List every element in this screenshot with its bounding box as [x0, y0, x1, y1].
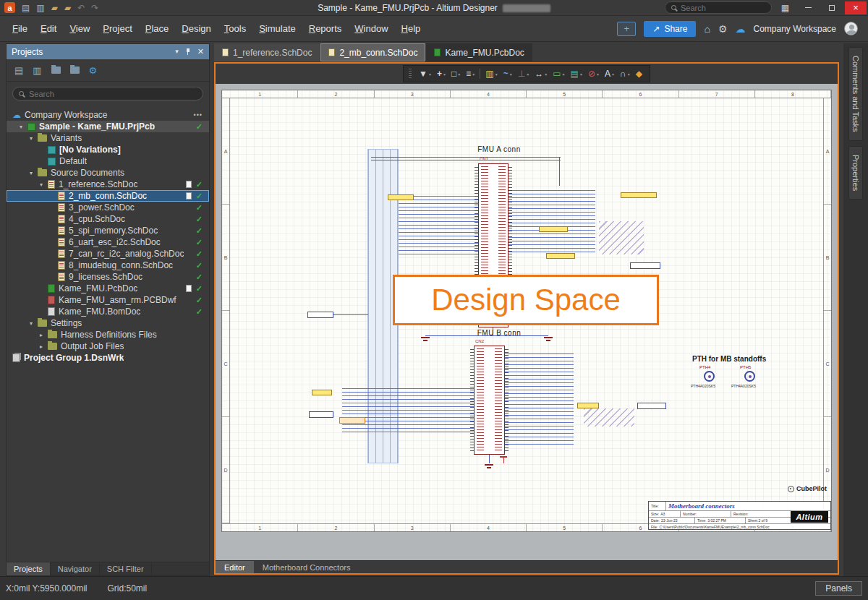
tree-item-schdoc[interactable]: 4_cpu.SchDoc ✓ — [7, 213, 209, 225]
wire-bundle[interactable] — [342, 388, 474, 434]
net-label[interactable] — [539, 226, 568, 232]
home-icon[interactable]: ⌂ — [704, 24, 710, 34]
projects-search-input[interactable] — [29, 90, 197, 98]
tree-item-variants[interactable]: ▾ Variants — [7, 132, 209, 144]
menu-view[interactable]: View — [63, 20, 96, 37]
share-button[interactable]: ↗Share — [644, 21, 696, 37]
power-port-button[interactable]: ⊥▾ — [516, 67, 531, 81]
wire-bundle[interactable] — [505, 353, 574, 446]
arc-button[interactable]: ∩▾ — [618, 67, 632, 81]
standoff-symbol[interactable] — [744, 371, 755, 382]
maximize-button[interactable] — [822, 1, 841, 14]
tree-item-harness-definitions[interactable]: ▸ Harness Definitions Files — [7, 329, 209, 340]
close-button[interactable]: × — [845, 1, 867, 14]
expand-icon[interactable]: ▾ — [30, 135, 38, 142]
tree-item-project-group[interactable]: Project Group 1.DsnWrk — [7, 352, 209, 364]
doc-tab-pcbdoc[interactable]: Kame_FMU.PcbDoc — [426, 43, 532, 61]
collapse-icon[interactable]: ▸ — [40, 332, 48, 338]
connector-cn2[interactable] — [474, 346, 505, 455]
tree-item-workspace[interactable]: ☁ Company Workspace ••• — [7, 109, 209, 121]
tab-editor[interactable]: Editor — [216, 561, 254, 573]
crosshair-button[interactable]: +▾ — [435, 67, 448, 81]
global-search[interactable] — [665, 1, 772, 14]
tree-item-schdoc[interactable]: 6_uart_esc_i2c.SchDoc ✓ — [7, 236, 209, 248]
workspace-label[interactable]: Company Workspace — [754, 24, 837, 34]
minimize-button[interactable] — [799, 1, 818, 14]
menu-reports[interactable]: Reports — [302, 20, 349, 37]
tree-item-schdoc-selected[interactable]: 2_mb_conn.SchDoc ✓ — [7, 190, 209, 202]
tree-item-schdoc[interactable]: ▾ 1_reference.SchDoc ✓ — [7, 179, 209, 190]
power-symbol[interactable] — [500, 456, 507, 463]
dimension-button[interactable]: ↔▾ — [532, 67, 549, 81]
save-all-icon[interactable]: ▥ — [36, 4, 44, 12]
collapse-icon[interactable]: ▸ — [40, 343, 48, 350]
tree-item-pcbdwf[interactable]: Kame_FMU_asm_rm.PCBDwf ✓ — [7, 294, 209, 306]
tree-item-schdoc[interactable]: 8_imudebug_conn.SchDoc ✓ — [7, 260, 209, 271]
wire-bundle[interactable] — [399, 196, 478, 255]
panels-button[interactable]: Panels — [815, 581, 862, 596]
reuse-block-button[interactable]: ▥▾ — [483, 67, 499, 81]
explorer-icon[interactable] — [70, 67, 80, 74]
datasheet-button[interactable]: ▤▾ — [569, 67, 584, 81]
pad-button[interactable]: ◆ — [634, 67, 644, 81]
more-icon[interactable]: ••• — [194, 111, 203, 119]
panel-dropdown-icon[interactable]: ▾ — [175, 48, 179, 55]
add-user-button[interactable]: + — [617, 22, 636, 36]
expand-icon[interactable]: ▾ — [40, 181, 48, 188]
expand-icon[interactable]: ▾ — [20, 124, 27, 130]
menu-window[interactable]: Window — [348, 20, 394, 37]
wire-button[interactable]: ~▾ — [501, 67, 514, 81]
tab-sch-filter[interactable]: SCH Filter — [100, 562, 152, 575]
projects-search[interactable] — [12, 87, 203, 100]
open-folder-icon[interactable] — [51, 67, 61, 74]
net-label[interactable] — [312, 390, 332, 395]
wire[interactable] — [333, 314, 368, 315]
menu-help[interactable]: Help — [395, 20, 427, 37]
port[interactable] — [637, 403, 666, 409]
wire[interactable] — [371, 157, 561, 158]
net-label-highlight[interactable] — [339, 417, 365, 424]
text-button[interactable]: A▾ — [603, 67, 616, 81]
selection-button[interactable]: □▾ — [449, 67, 462, 81]
menu-simulate[interactable]: Simulate — [252, 20, 302, 37]
gnd-symbol[interactable] — [421, 337, 430, 343]
tree-item-no-variations[interactable]: [No Variations] — [7, 144, 209, 155]
expand-icon[interactable]: ▾ — [30, 170, 38, 176]
pin-icon[interactable] — [185, 48, 191, 55]
tree-item-schdoc[interactable]: 3_power.SchDoc ✓ — [7, 202, 209, 213]
panel-close-icon[interactable]: ✕ — [197, 47, 204, 56]
schematic-canvas[interactable]: 12345678 12345678 ABCD ABCD FMU A conn C… — [216, 84, 838, 560]
open-folder-icon[interactable]: ▰ — [51, 4, 58, 12]
filter-button[interactable]: ▼▾ — [417, 67, 433, 81]
layout-icon[interactable]: ▦ — [775, 1, 795, 14]
align-button[interactable]: ≡▾ — [464, 67, 477, 81]
wire-bundle[interactable] — [509, 190, 595, 255]
tab-navigator[interactable]: Navigator — [51, 562, 100, 575]
standoff-symbol[interactable] — [704, 371, 715, 382]
undo-icon[interactable]: ↶ — [77, 4, 85, 12]
menu-tools[interactable]: Tools — [218, 20, 252, 37]
no-erc-button[interactable]: ⊘▾ — [586, 67, 601, 81]
gnd-symbol[interactable] — [544, 337, 553, 343]
wire[interactable] — [371, 160, 561, 160]
tree-item-schdoc[interactable]: 9_licenses.SchDoc ✓ — [7, 271, 209, 283]
tab-projects[interactable]: Projects — [7, 562, 51, 575]
sheet-symbol-button[interactable]: ▭▾ — [550, 67, 566, 81]
tab-motherboard-connectors[interactable]: Motherboard Connectors — [254, 561, 359, 573]
gear-icon[interactable]: ⚙ — [718, 24, 728, 34]
tree-item-project[interactable]: ▾ Sample - Kame_FMU.PrjPcb ✓ — [7, 121, 209, 132]
tab-comments-and-tasks[interactable]: Comments and Tasks — [848, 47, 863, 141]
avatar[interactable] — [844, 22, 858, 35]
tree-item-default[interactable]: Default — [7, 155, 209, 167]
doc-tab-mb-conn[interactable]: 2_mb_conn.SchDoc — [320, 43, 425, 61]
gnd-symbol[interactable] — [485, 464, 493, 470]
net-label[interactable] — [546, 253, 575, 259]
global-search-input[interactable] — [681, 4, 765, 12]
tree-item-pcbdoc[interactable]: Kame_FMU.PcbDoc ✓ — [7, 283, 209, 294]
wire[interactable] — [489, 455, 490, 463]
net-label[interactable] — [621, 192, 657, 198]
save-project-icon[interactable]: ▤ — [14, 66, 23, 75]
tab-properties[interactable]: Properties — [848, 146, 863, 200]
toolbar-grip[interactable] — [409, 69, 412, 79]
menu-place[interactable]: Place — [139, 20, 176, 37]
